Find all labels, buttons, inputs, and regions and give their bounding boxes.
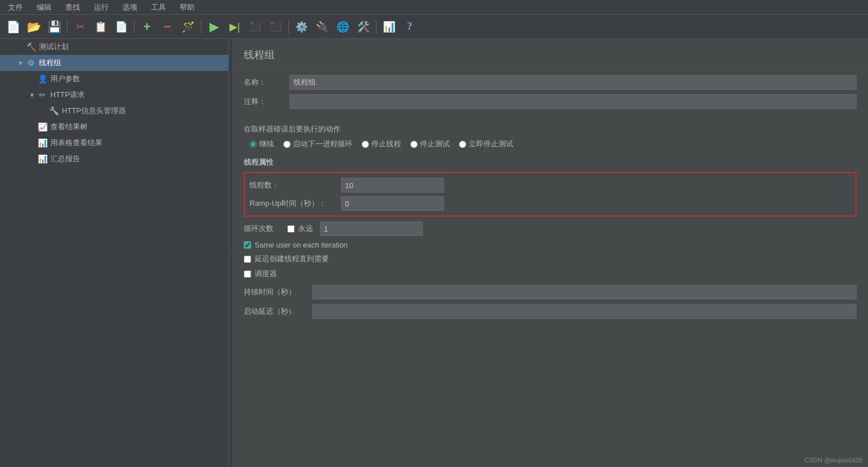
menu-file[interactable]: 文件: [3, 1, 27, 14]
remove-button[interactable]: −: [158, 17, 177, 37]
help-button[interactable]: ?: [400, 17, 419, 37]
startup-delay-label: 启动延迟（秒）: [244, 306, 312, 317]
radio-continue-input[interactable]: [249, 141, 257, 148]
summary-icon: 📊: [37, 153, 48, 165]
name-section: 名称： 注释：: [232, 69, 868, 119]
content-panel: 线程组 名称： 注释： 在取样器错误后要执行的动作 继续 启动下一进程循环: [232, 39, 868, 467]
http-request-label: HTTP请求: [50, 90, 85, 100]
toggle-http-request[interactable]: ▼: [27, 92, 37, 98]
delay-create-checkbox[interactable]: [244, 256, 251, 263]
test-plan-label: 测试计划: [39, 42, 69, 52]
test-plan-icon: 🔨: [25, 41, 37, 53]
startup-delay-input[interactable]: [312, 304, 857, 319]
radio-stop-thread-label: 停止线程: [371, 139, 401, 149]
radio-stop-test-now-input[interactable]: [459, 141, 466, 148]
loop-row: 循环次数 永远: [232, 219, 868, 238]
add-button[interactable]: +: [137, 17, 157, 37]
scheduler-checkbox[interactable]: [244, 270, 251, 278]
user-params-label: 用户参数: [50, 74, 80, 84]
radio-start-next-label: 启动下一进程循环: [293, 139, 352, 149]
same-user-checkbox[interactable]: [244, 241, 251, 249]
run-start-button[interactable]: ▶|: [225, 17, 244, 37]
loop-count-input[interactable]: [320, 221, 423, 236]
delay-create-row: 延迟创建线程直到需要: [232, 252, 868, 266]
tree-item-http-request[interactable]: ▼ ✏ HTTP请求: [0, 87, 228, 103]
sep2: [134, 20, 134, 34]
menu-edit[interactable]: 编辑: [32, 1, 56, 14]
remote-button[interactable]: 🌐: [333, 17, 352, 37]
radio-start-next-input[interactable]: [283, 141, 291, 148]
comment-label: 注释：: [244, 97, 290, 107]
radio-stop-test-now-label: 立即停止测试: [469, 139, 513, 149]
summary-label: 汇总报告: [50, 154, 80, 164]
radio-stop-test-now[interactable]: 立即停止测试: [459, 139, 513, 149]
radio-start-next[interactable]: 启动下一进程循环: [283, 139, 352, 149]
tree-item-aggregate[interactable]: 📊 用表格查看结果: [0, 135, 228, 151]
loop-forever-checkbox[interactable]: [287, 225, 295, 233]
radio-continue[interactable]: 继续: [249, 139, 274, 149]
menubar: 文件 编辑 查找 运行 选项 工具 帮助: [0, 0, 868, 15]
comment-input[interactable]: [290, 94, 857, 109]
radio-stop-thread-input[interactable]: [362, 141, 369, 148]
name-row: 名称：: [244, 75, 857, 90]
settings-button[interactable]: ⚙️: [292, 17, 311, 37]
sep4: [288, 20, 289, 34]
tree-item-view-results[interactable]: 📈 查看结果树: [0, 119, 228, 135]
radio-stop-test-label: 停止测试: [420, 139, 450, 149]
save-button[interactable]: 💾: [45, 17, 64, 37]
loop-count-label: 循环次数: [244, 223, 284, 234]
thread-props-title: 线程属性: [232, 154, 868, 170]
duration-input[interactable]: [312, 285, 857, 300]
panel-title: 线程组: [232, 39, 868, 69]
scheduler-label: 调度器: [255, 269, 277, 279]
thread-props-box: 线程数： Ramp-Up时间（秒）：: [244, 172, 857, 217]
view-results-icon: 📈: [37, 121, 48, 133]
timer-button[interactable]: 🛠️: [354, 17, 373, 37]
menu-help[interactable]: 帮助: [175, 1, 199, 14]
same-user-row: Same user on each iteration: [232, 238, 868, 252]
delay-create-label: 延迟创建线程直到需要: [255, 254, 329, 264]
sep3: [201, 20, 201, 34]
startup-delay-row: 启动延迟（秒）: [244, 304, 857, 319]
tree-item-summary[interactable]: 📊 汇总报告: [0, 151, 228, 167]
thread-count-input[interactable]: [341, 178, 444, 193]
tree-item-http-header[interactable]: 🔧 HTTP信息头管理器: [0, 103, 228, 119]
http-request-icon: ✏: [37, 89, 48, 101]
aggregate-icon: 📊: [37, 137, 48, 149]
comment-row: 注释：: [244, 94, 857, 109]
menu-run[interactable]: 运行: [89, 1, 113, 14]
error-action-group: 继续 启动下一进程循环 停止线程 停止测试 立即停止测试: [232, 137, 868, 154]
duration-row: 持续时间（秒）: [244, 285, 857, 300]
run-button[interactable]: ▶: [204, 17, 224, 37]
tree-item-test-plan[interactable]: 🔨 测试计划: [0, 39, 228, 55]
stop-button[interactable]: ⬛: [245, 17, 265, 37]
ramp-up-input[interactable]: [341, 196, 444, 211]
menu-find[interactable]: 查找: [61, 1, 85, 14]
ramp-up-label: Ramp-Up时间（秒）：: [249, 198, 341, 209]
copy-button[interactable]: 📋: [91, 17, 110, 37]
cut-button[interactable]: ✂: [70, 17, 90, 37]
scheduler-row: 调度器: [232, 266, 868, 281]
menu-options[interactable]: 选项: [118, 1, 142, 14]
error-action-header: 在取样器错误后要执行的动作: [232, 119, 868, 137]
radio-stop-test[interactable]: 停止测试: [410, 139, 450, 149]
toggle-thread-group[interactable]: ▼: [16, 60, 25, 66]
tree-panel: 🔨 测试计划 ▼ ⚙ 线程组 👤 用户参数 ▼ ✏ HTTP请求: [0, 39, 229, 467]
menu-tools[interactable]: 工具: [146, 1, 171, 14]
plugin-button[interactable]: 🔌: [312, 17, 332, 37]
name-input[interactable]: [290, 75, 857, 90]
radio-stop-thread[interactable]: 停止线程: [362, 139, 401, 149]
aggregate-label: 用表格查看结果: [50, 138, 102, 148]
view-results-label: 查看结果树: [50, 122, 88, 132]
paste-button[interactable]: 📄: [112, 17, 131, 37]
open-button[interactable]: 📂: [24, 17, 43, 37]
radio-stop-test-input[interactable]: [410, 141, 418, 148]
tree-item-user-params[interactable]: 👤 用户参数: [0, 71, 228, 87]
tree-item-thread-group[interactable]: ▼ ⚙ 线程组: [0, 55, 228, 71]
report-button[interactable]: 📊: [379, 17, 399, 37]
wand-button[interactable]: 🪄: [179, 17, 198, 37]
thread-group-icon: ⚙: [25, 57, 37, 69]
toolbar: 📄 📂 💾 ✂ 📋 📄 + − 🪄 ▶ ▶| ⬛ ⬛: [0, 15, 868, 39]
new-button[interactable]: 📄: [3, 17, 23, 37]
force-stop-button[interactable]: ⬛: [266, 17, 286, 37]
